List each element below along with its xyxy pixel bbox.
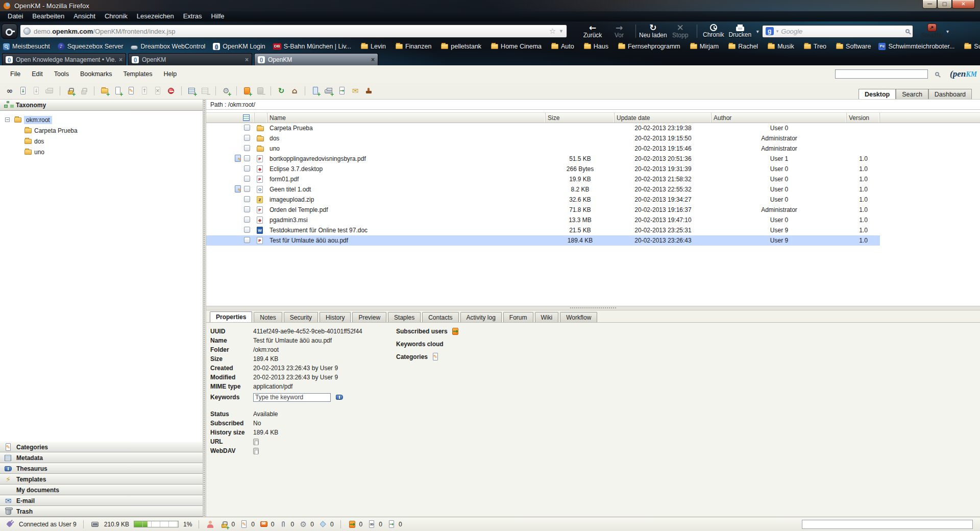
horizontal-splitter[interactable] <box>206 306 980 310</box>
url-dropdown-icon[interactable]: ▼ <box>559 29 564 34</box>
bookmark-item[interactable]: Musik <box>766 43 794 50</box>
bookmark-item[interactable]: Rachel <box>726 43 758 50</box>
history-button[interactable]: Chronik <box>700 21 727 41</box>
table-row[interactable]: OGeen titel 1.odt8.2 KB20-02-2013 22:55:… <box>206 184 880 195</box>
tab-workflow[interactable]: Workflow <box>560 312 597 322</box>
stealthy-addon-button[interactable]: Stealthy <box>921 23 943 39</box>
menu-bearbeiten[interactable]: Bearbeiten <box>28 11 69 21</box>
bookmark-star-icon[interactable]: ☆ <box>549 27 556 36</box>
tab-close-icon[interactable]: × <box>245 57 249 63</box>
row-checkbox[interactable] <box>244 186 250 192</box>
menu-lesezeichen[interactable]: Lesezeichen <box>132 11 179 21</box>
select-all-icon[interactable] <box>243 114 250 121</box>
menu-datei[interactable]: Datei <box>3 11 28 21</box>
forward-button[interactable]: → Vor <box>606 21 632 41</box>
copy-webdav-icon[interactable] <box>253 448 259 454</box>
splitter-grip[interactable] <box>570 307 617 309</box>
cancel-edit-toolbar-button[interactable]: × <box>152 85 163 96</box>
remove-subscription-toolbar-button[interactable]: − <box>255 85 266 96</box>
taxonomy-panel-header[interactable]: Taxonomy <box>0 100 203 111</box>
tab-staples[interactable]: Staples <box>388 312 421 322</box>
sidebar-panel-metadata[interactable]: Metadata <box>0 452 203 463</box>
bookmark-item[interactable]: ()OpenKM Login <box>213 43 265 50</box>
maximize-button[interactable]: □ <box>937 0 952 9</box>
search-engine-dropdown-icon[interactable]: ▾ <box>776 29 779 34</box>
collapse-icon[interactable]: − <box>5 117 10 122</box>
refresh-toolbar-button[interactable]: ↻ <box>276 85 287 96</box>
bookmark-item[interactable]: Suchen <box>962 43 980 50</box>
back-button[interactable]: ← Zurück <box>579 21 606 41</box>
table-row[interactable]: dos20-02-2013 19:15:50Administrator <box>206 133 880 143</box>
row-checkbox[interactable] <box>244 135 250 141</box>
browser-tab[interactable]: ()OpenKM× <box>254 53 378 65</box>
download-document-toolbar-button[interactable]: ↓ <box>17 85 29 96</box>
view-tab-search[interactable]: Search <box>896 89 928 99</box>
bookmark-item[interactable]: Dreambox WebControl <box>131 43 205 50</box>
tab-security[interactable]: Security <box>284 312 318 322</box>
tree-node[interactable]: dos <box>0 136 203 147</box>
bookmark-item[interactable]: PeSchwimmteichroboter... <box>878 43 954 50</box>
bookmark-item[interactable]: ♪Squeezebox Server <box>58 43 124 50</box>
app-search-input[interactable] <box>835 69 928 79</box>
tab-wiki[interactable]: Wiki <box>535 312 559 322</box>
keywords-input[interactable] <box>253 393 331 402</box>
row-checkbox[interactable] <box>244 237 250 243</box>
uploader-toolbar-button[interactable]: → <box>336 85 348 96</box>
create-from-template-toolbar-button[interactable]: + <box>310 85 321 96</box>
row-checkbox[interactable] <box>244 145 250 151</box>
app-menu-tools[interactable]: Tools <box>49 69 74 79</box>
download-pdf-toolbar-button[interactable]: ↓ <box>31 85 42 96</box>
menu-chronik[interactable]: Chronik <box>100 11 132 21</box>
bookmark-item[interactable]: Haus <box>582 43 608 50</box>
row-checkbox[interactable] <box>244 216 250 223</box>
sidebar-panel-trash[interactable]: Trash <box>0 506 203 517</box>
home-toolbar-button[interactable]: ⌂ <box>289 85 300 96</box>
header-name[interactable]: Name <box>267 113 546 123</box>
bookmark-item[interactable]: Home Cinema <box>489 43 542 50</box>
print-button[interactable]: Drucken <box>727 21 753 41</box>
tab-close-icon[interactable]: × <box>371 57 375 63</box>
row-checkbox[interactable] <box>244 176 250 182</box>
stamp-toolbar-button[interactable] <box>363 85 374 96</box>
checkin-toolbar-button[interactable]: ↑ <box>139 85 150 96</box>
find-toolbar-button[interactable]: ∞ <box>4 85 15 96</box>
lock-toolbar-button[interactable]: + <box>65 85 76 96</box>
add-subscription-toolbar-button[interactable]: + <box>241 85 253 96</box>
bookmark-item[interactable]: Auto <box>549 43 574 50</box>
table-row[interactable]: uno20-02-2013 19:15:46Administrator <box>206 143 880 154</box>
tree-node-root[interactable]: − okm:root <box>0 114 203 125</box>
bookmark-item[interactable]: Fernsehprogramm <box>616 43 680 50</box>
reload-button[interactable]: ↻ Neu laden <box>639 21 667 41</box>
menu-ansicht[interactable]: Ansicht <box>69 11 100 21</box>
stop-button[interactable]: ✕ Stopp <box>667 21 694 41</box>
tab-contacts[interactable]: Contacts <box>422 312 458 322</box>
row-checkbox[interactable] <box>244 227 250 233</box>
tree-node[interactable]: Carpeta Prueba <box>0 125 203 136</box>
search-magnifier-icon[interactable] <box>905 29 910 33</box>
sidebar-panel-categories[interactable]: ✎Categories <box>0 442 203 452</box>
minimize-button[interactable]: — <box>922 0 937 9</box>
table-row[interactable]: WTestdokument für Online test 97.doc21.5… <box>206 225 880 235</box>
header-size[interactable]: Size <box>546 113 615 123</box>
close-button[interactable]: ✕ <box>952 0 975 9</box>
app-menu-templates[interactable]: Templates <box>118 69 157 79</box>
remove-property-group-toolbar-button[interactable]: − <box>200 85 211 96</box>
sidebar-panel-templates[interactable]: ⚡Templates <box>0 474 203 485</box>
create-document-toolbar-button[interactable]: + <box>112 85 124 96</box>
row-checkbox[interactable] <box>244 165 250 172</box>
app-menu-bookmarks[interactable]: Bookmarks <box>75 69 117 79</box>
bookmark-item[interactable]: Mirjam <box>688 43 719 50</box>
browser-tab[interactable]: ()Open Knowledge Management • Vie...× <box>2 53 126 65</box>
bookmark-item[interactable]: DBS-Bahn München | Liv... <box>273 43 351 50</box>
thesaurus-book-icon[interactable] <box>335 393 344 402</box>
app-menu-file[interactable]: File <box>5 69 26 79</box>
row-checkbox[interactable] <box>244 125 250 131</box>
bookmark-item[interactable]: pelletstank <box>439 43 481 50</box>
bookmark-item[interactable]: Treo <box>802 43 826 50</box>
table-row[interactable]: Carpeta Prueba20-02-2013 23:19:38User 0 <box>206 123 880 133</box>
table-row[interactable]: Pform01.pdf19.9 KB20-02-2013 21:58:32Use… <box>206 174 880 184</box>
add-property-group-toolbar-button[interactable]: + <box>186 85 198 96</box>
browser-tab[interactable]: ()OpenKM× <box>128 53 252 65</box>
app-menu-help[interactable]: Help <box>158 69 182 79</box>
table-row[interactable]: Pbortkopplingavredovisningsbyra.pdf51.5 … <box>206 154 880 164</box>
